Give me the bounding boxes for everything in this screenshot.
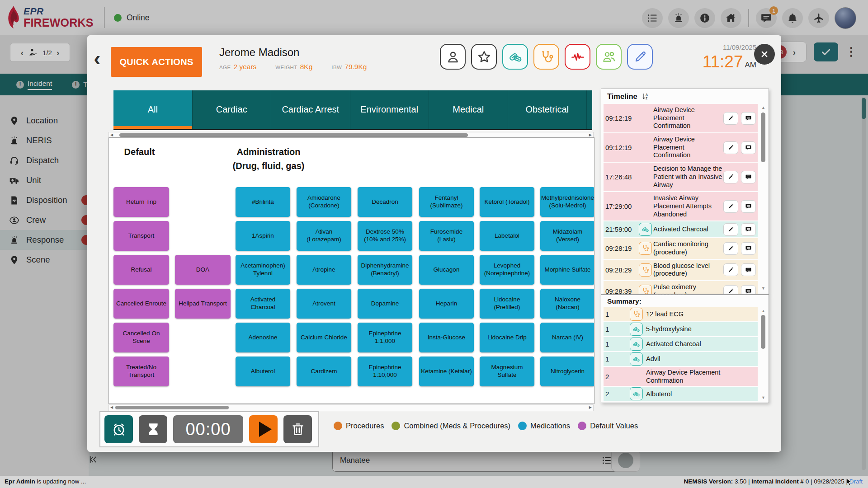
medication-button[interactable]: Dextrose 50% (10% and 25%) xyxy=(358,221,412,251)
comment-entry-button[interactable] xyxy=(741,141,756,154)
scroll-down-arrow[interactable]: ▼ xyxy=(760,395,767,400)
medication-button[interactable]: Narcan (IV) xyxy=(540,323,594,352)
medication-button[interactable]: Insta-Glucose xyxy=(419,323,474,352)
comment-entry-button[interactable] xyxy=(741,200,756,213)
medication-button[interactable]: Activated Charcoal xyxy=(236,289,290,319)
medication-button[interactable]: Midazolam (Versed) xyxy=(540,221,594,251)
default-action-button[interactable]: Helipad Transport xyxy=(175,289,231,319)
medication-button[interactable]: Lidocaine Drip xyxy=(480,323,534,352)
quick-actions-button[interactable]: QUICK ACTIONS xyxy=(111,47,202,77)
default-action-button[interactable]: Treated/No Transport xyxy=(113,357,169,386)
summary-row: 112 lead ECG xyxy=(604,307,758,321)
edit-entry-button[interactable] xyxy=(723,263,738,276)
medication-button[interactable]: Fentanyl (Sublimaze) xyxy=(419,187,474,217)
tab-cardiac-arrest[interactable]: Cardiac Arrest xyxy=(271,90,350,129)
tab-cardiac[interactable]: Cardiac xyxy=(193,90,272,129)
medication-button[interactable]: Atropine xyxy=(297,255,351,285)
sort-az-icon[interactable]: AZ xyxy=(641,92,650,101)
medication-button[interactable]: Amiodarone (Coradone) xyxy=(297,187,351,217)
star-button[interactable] xyxy=(471,44,497,70)
hourglass-button[interactable] xyxy=(139,415,167,443)
alarm-clock-button[interactable] xyxy=(104,415,133,443)
scroll-right-arrow[interactable]: ▶ xyxy=(589,405,592,410)
default-action-button[interactable]: Transport xyxy=(113,221,169,251)
pills-button[interactable] xyxy=(502,44,528,70)
medication-button[interactable]: Nitroglycerin xyxy=(540,357,594,386)
pen-button[interactable] xyxy=(627,44,653,70)
scroll-down-arrow[interactable]: ▼ xyxy=(760,286,767,291)
edit-entry-button[interactable] xyxy=(723,285,738,294)
medication-button[interactable]: Levophed (Norepinephrine) xyxy=(480,255,534,285)
medication-button[interactable]: Ativan (Lorazepam) xyxy=(297,221,351,251)
medication-button[interactable]: Albuterol xyxy=(236,357,290,386)
comment-entry-button[interactable] xyxy=(741,285,756,294)
medication-button[interactable]: Methylprednisolone (Solu-Medrol) xyxy=(540,187,594,217)
scrollbar-thumb[interactable] xyxy=(761,113,765,162)
medication-button[interactable]: Naloxone (Narcan) xyxy=(540,289,594,319)
medication-button[interactable]: Cardizem xyxy=(297,357,351,386)
medication-button[interactable]: #Brilinta xyxy=(236,187,290,217)
close-button[interactable] xyxy=(754,44,775,65)
scroll-right-arrow[interactable]: ▶ xyxy=(589,133,592,137)
pencil-icon xyxy=(727,245,734,252)
medication-button[interactable]: Furosemide (Lasix) xyxy=(419,221,474,251)
medication-button[interactable]: Glucagon xyxy=(419,255,474,285)
summary-scrollbar[interactable]: ▲ ▼ xyxy=(760,309,767,400)
comment-entry-button[interactable] xyxy=(741,171,756,183)
scroll-up-arrow[interactable]: ▲ xyxy=(760,309,767,313)
medication-button[interactable]: Calcium Chloride xyxy=(297,323,351,352)
grid-horizontal-scrollbar[interactable]: ◀ ▶ xyxy=(108,404,594,411)
default-action-button[interactable]: Refusal xyxy=(113,255,169,285)
stethoscope-button[interactable] xyxy=(533,44,559,70)
scrollbar-thumb[interactable] xyxy=(761,315,765,349)
tab-environmental[interactable]: Environmental xyxy=(350,90,429,129)
medication-button[interactable]: Magnesium Sulfate xyxy=(480,357,534,386)
comment-entry-button[interactable] xyxy=(741,242,756,255)
medication-button[interactable]: 1Aspirin xyxy=(236,221,290,251)
tab-obstetrical[interactable]: Obstetrical xyxy=(508,90,587,129)
group-button[interactable] xyxy=(596,44,622,70)
scroll-left-arrow[interactable]: ◀ xyxy=(110,133,113,137)
timeline-scrollbar[interactable]: ▲ ▼ xyxy=(760,105,767,291)
medication-button[interactable]: Labetalol xyxy=(480,221,534,251)
summary-entry-text: Airway Device Placement Confirmation xyxy=(645,367,757,385)
medication-button[interactable]: Epinephrine 1:10,000 xyxy=(358,357,412,386)
medication-button[interactable]: Dopamine xyxy=(358,289,412,319)
edit-entry-button[interactable] xyxy=(723,200,738,213)
comment-entry-button[interactable] xyxy=(741,223,756,236)
default-action-button[interactable]: Cancelled Enroute xyxy=(113,289,169,319)
medication-button[interactable]: Ketamine (Ketalar) xyxy=(419,357,474,386)
delete-timer-button[interactable] xyxy=(283,415,312,443)
scrollbar-thumb[interactable] xyxy=(115,406,229,409)
medication-button[interactable]: Epinephrine 1:1,000 xyxy=(358,323,412,352)
medication-button[interactable]: Adenosine xyxy=(236,323,290,352)
medication-button[interactable]: Ketorol (Toradol) xyxy=(480,187,534,217)
edit-entry-button[interactable] xyxy=(723,242,738,255)
default-action-button[interactable]: DOA xyxy=(175,255,231,285)
medication-button[interactable]: Acetaminophen) Tylenol xyxy=(236,255,290,285)
edit-entry-button[interactable] xyxy=(723,223,738,236)
medication-button[interactable]: Morphine Sulfate xyxy=(540,255,594,285)
comment-entry-button[interactable] xyxy=(741,263,756,276)
comment-entry-button[interactable] xyxy=(741,112,756,125)
person-button[interactable] xyxy=(440,44,466,70)
edit-entry-button[interactable] xyxy=(723,141,738,154)
default-action-button[interactable]: Cancelled On Scene xyxy=(113,323,169,352)
scroll-left-arrow[interactable]: ◀ xyxy=(110,405,113,410)
tab-all[interactable]: All xyxy=(113,90,193,129)
medication-button[interactable]: Diphenhydramine (Benadryl) xyxy=(358,255,412,285)
stethoscope-icon xyxy=(539,50,554,64)
medication-button[interactable]: Atrovent xyxy=(297,289,351,319)
play-button[interactable] xyxy=(249,415,278,443)
tab-medical[interactable]: Medical xyxy=(429,90,508,129)
medication-button[interactable]: Decadron xyxy=(358,187,412,217)
medication-button[interactable]: Lidocaine (Prefilled) xyxy=(480,289,534,319)
scrollbar-thumb[interactable] xyxy=(119,133,468,137)
edit-entry-button[interactable] xyxy=(723,171,738,183)
scroll-up-arrow[interactable]: ▲ xyxy=(760,105,767,110)
edit-entry-button[interactable] xyxy=(723,112,738,125)
back-button[interactable]: ‹ xyxy=(90,48,104,69)
ecg-button[interactable] xyxy=(565,44,590,70)
default-action-button[interactable]: Return Trip xyxy=(113,187,169,217)
medication-button[interactable]: Heparin xyxy=(419,289,474,319)
